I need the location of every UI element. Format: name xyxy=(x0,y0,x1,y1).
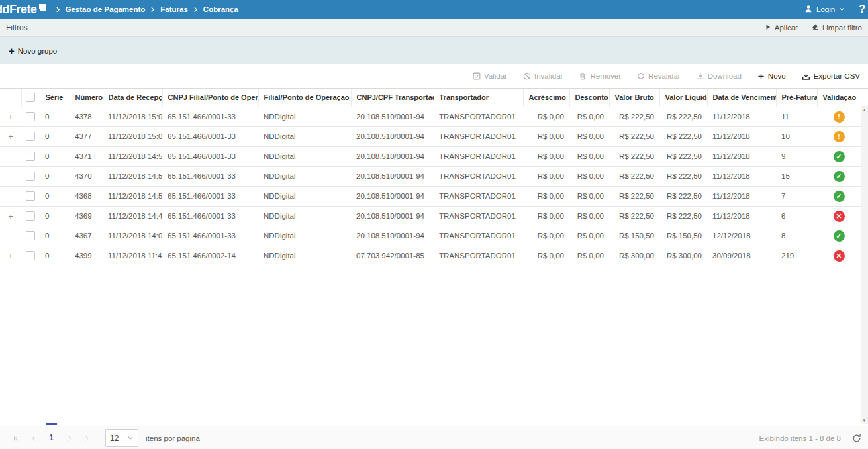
invoices-grid: Série Número Data de Recepção↓ CNPJ Fili… xyxy=(0,88,868,426)
cell-numero: 4399 xyxy=(70,246,103,266)
cell-cnpj-transportador: 20.108.510/0001-94 xyxy=(351,107,434,126)
row-checkbox[interactable] xyxy=(26,152,35,161)
cell-acrescimo: R$ 0,00 xyxy=(523,246,569,266)
expand-row-button[interactable]: + xyxy=(0,206,21,226)
valid-status-icon: ✓ xyxy=(834,151,845,162)
cell-numero: 4371 xyxy=(70,146,103,166)
row-checkbox[interactable] xyxy=(26,172,35,181)
header-desconto[interactable]: Desconto xyxy=(569,89,609,107)
slash-circle-icon xyxy=(523,72,531,80)
header-pre-fatura[interactable]: Pré-Fatura xyxy=(776,89,817,107)
cell-serie: 0 xyxy=(40,166,70,186)
select-all-checkbox[interactable] xyxy=(26,93,35,102)
cell-data-vencimento: 11/12/2018 xyxy=(707,166,776,186)
apply-filter-button[interactable]: Aplicar xyxy=(765,24,798,32)
user-icon xyxy=(804,5,812,14)
table-row: 0 4370 11/12/2018 14:52 65.151.466/0001-… xyxy=(0,166,861,186)
cell-desconto: R$ 0,00 xyxy=(569,166,609,186)
cell-data-recepcao: 11/12/2018 14:52 xyxy=(103,186,162,206)
row-checkbox-cell xyxy=(21,146,40,166)
export-csv-button[interactable]: Exportar CSV xyxy=(802,72,860,81)
expand-row-button[interactable]: + xyxy=(0,126,21,146)
cell-pre-fatura: 7 xyxy=(776,186,817,206)
cell-desconto: R$ 0,00 xyxy=(569,246,609,266)
cell-data-vencimento: 11/12/2018 xyxy=(707,206,776,226)
breadcrumb-item-faturas[interactable]: Faturas xyxy=(160,5,188,13)
next-page-button[interactable] xyxy=(60,426,78,449)
filter-group-area: + Novo grupo xyxy=(0,37,868,64)
cell-valor-bruto: R$ 222,50 xyxy=(609,206,659,226)
row-checkbox[interactable] xyxy=(26,191,35,201)
cell-pre-fatura: 6 xyxy=(776,206,817,226)
header-expand xyxy=(0,89,21,107)
row-checkbox-cell xyxy=(21,107,40,126)
breadcrumb-item-gestao[interactable]: Gestão de Pagamento xyxy=(66,5,146,13)
cell-desconto: R$ 0,00 xyxy=(569,126,609,146)
cell-numero: 4378 xyxy=(70,107,103,126)
cell-data-vencimento: 12/12/2018 xyxy=(707,226,776,246)
header-data-vencimento[interactable]: Data de Vencimento xyxy=(707,89,776,107)
cell-transportador: TRANSPORTADOR01 xyxy=(434,206,523,226)
row-checkbox-cell xyxy=(21,166,40,186)
revalidate-button[interactable]: Revalidar xyxy=(637,72,681,80)
first-page-button[interactable] xyxy=(7,426,24,449)
row-checkbox[interactable] xyxy=(26,112,35,121)
cell-acrescimo: R$ 0,00 xyxy=(523,107,569,126)
pager: 1 12 itens por página Exibindo itens 1 -… xyxy=(0,426,868,449)
cell-transportador: TRANSPORTADOR01 xyxy=(434,126,523,146)
cell-valor-bruto: R$ 300,00 xyxy=(609,246,659,266)
prev-page-button[interactable] xyxy=(24,426,42,449)
header-serie[interactable]: Série xyxy=(40,89,70,107)
row-checkbox-cell xyxy=(21,186,40,206)
remove-button[interactable]: Remover xyxy=(579,72,621,80)
download-button[interactable]: Download xyxy=(697,72,742,80)
help-button[interactable]: ? xyxy=(853,3,868,15)
cell-cnpj-filial: 65.151.466/0001-33 xyxy=(162,206,258,226)
last-page-button[interactable] xyxy=(78,426,96,449)
header-data-recepcao[interactable]: Data de Recepção↓ xyxy=(103,89,162,107)
breadcrumb-item-cobranca[interactable]: Cobrança xyxy=(203,5,238,13)
new-group-button[interactable]: + Novo grupo xyxy=(9,46,57,56)
table-row: + 0 4399 11/12/2018 11:48 65.151.466/000… xyxy=(0,246,861,266)
cell-valor-bruto: R$ 222,50 xyxy=(609,126,659,146)
row-checkbox[interactable] xyxy=(26,211,35,221)
header-valor-bruto[interactable]: Valor Bruto xyxy=(609,89,659,107)
cell-validacao: ✓ xyxy=(817,226,861,246)
header-numero[interactable]: Número xyxy=(70,89,103,107)
header-cnpj-filial[interactable]: CNPJ Filial/Ponto de Operação xyxy=(162,89,258,107)
row-checkbox[interactable] xyxy=(26,251,35,260)
header-acrescimo[interactable]: Acréscimo xyxy=(523,89,569,107)
cell-data-vencimento: 30/09/2018 xyxy=(707,246,776,266)
login-menu[interactable]: Login xyxy=(796,0,853,19)
clear-filter-button[interactable]: Limpar filtro xyxy=(811,23,862,32)
header-validacao[interactable]: Validação xyxy=(817,89,861,107)
vertical-scrollbar[interactable]: ▲ ▼ xyxy=(861,106,868,424)
validate-button[interactable]: Validar xyxy=(473,72,507,80)
cell-valor-bruto: R$ 222,50 xyxy=(609,146,659,166)
cell-serie: 0 xyxy=(40,226,70,246)
scroll-up-icon[interactable]: ▲ xyxy=(863,106,867,114)
invalidate-button[interactable]: Invalidar xyxy=(523,72,563,80)
cell-validacao: ✓ xyxy=(817,146,861,166)
header-filial[interactable]: Filial/Ponto de Operação xyxy=(258,89,351,107)
cell-transportador: TRANSPORTADOR01 xyxy=(434,246,523,266)
cell-data-recepcao: 11/12/2018 15:04 xyxy=(103,107,162,126)
cell-filial: NDDigital xyxy=(258,166,351,186)
refresh-icon[interactable] xyxy=(852,434,861,443)
check-square-icon xyxy=(473,72,481,80)
expand-row-button[interactable]: + xyxy=(0,107,21,126)
cell-filial: NDDigital xyxy=(258,226,351,246)
header-transportador[interactable]: Transportador xyxy=(434,89,523,107)
expand-row-button[interactable]: + xyxy=(0,246,21,266)
current-page-button[interactable]: 1 xyxy=(42,426,60,449)
cell-serie: 0 xyxy=(40,246,70,266)
row-checkbox[interactable] xyxy=(26,132,35,141)
invalid-status-icon: ✕ xyxy=(834,250,845,262)
row-checkbox[interactable] xyxy=(26,231,35,240)
header-valor-liquido[interactable]: Valor Líquido xyxy=(659,89,707,107)
page-size-dropdown[interactable]: 12 xyxy=(105,429,138,447)
validate-label: Validar xyxy=(484,72,507,80)
scroll-down-icon[interactable]: ▼ xyxy=(863,417,867,424)
header-cnpj-transportador[interactable]: CNPJ/CPF Transportador xyxy=(351,89,434,107)
new-button[interactable]: Novo xyxy=(757,72,786,80)
